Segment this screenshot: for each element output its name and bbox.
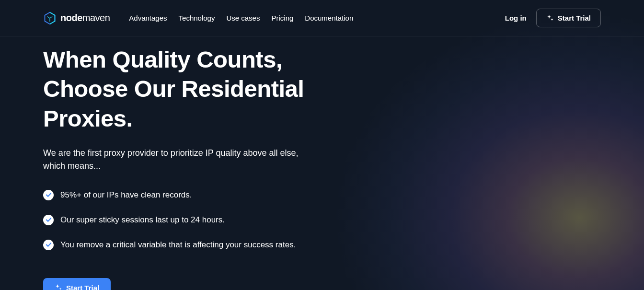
check-icon xyxy=(46,192,52,198)
check-badge xyxy=(43,215,54,225)
nav-pricing[interactable]: Pricing xyxy=(271,14,293,22)
hero-title: When Quality Counts, Choose Our Resident… xyxy=(43,45,340,133)
hero-section: When Quality Counts, Choose Our Resident… xyxy=(0,36,383,290)
check-icon xyxy=(46,242,52,248)
logo-icon xyxy=(43,12,57,25)
feature-item: 95%+ of our IPs have clean records. xyxy=(43,190,340,200)
feature-text: Our super sticky sessions last up to 24 … xyxy=(60,215,225,225)
header-right: Log in Start Trial xyxy=(505,9,601,27)
start-trial-button-header[interactable]: Start Trial xyxy=(536,9,601,27)
trial-button-label: Start Trial xyxy=(558,14,591,22)
check-badge xyxy=(43,240,54,250)
logo-text: nodemaven xyxy=(60,12,110,23)
trial-button-label: Start Trial xyxy=(66,284,99,290)
nav-advantages[interactable]: Advantages xyxy=(129,14,167,22)
feature-text: 95%+ of our IPs have clean records. xyxy=(60,190,192,200)
nav: Advantages Technology Use cases Pricing … xyxy=(129,14,353,22)
nav-technology[interactable]: Technology xyxy=(179,14,215,22)
nav-documentation[interactable]: Documentation xyxy=(305,14,353,22)
feature-text: You remove a critical variable that is a… xyxy=(60,240,296,250)
features-list: 95%+ of our IPs have clean records. Our … xyxy=(43,190,340,250)
feature-item: Our super sticky sessions last up to 24 … xyxy=(43,215,340,225)
nav-use-cases[interactable]: Use cases xyxy=(226,14,260,22)
start-trial-button-hero[interactable]: Start Trial xyxy=(43,278,111,290)
login-link[interactable]: Log in xyxy=(505,14,527,22)
header: nodemaven Advantages Technology Use case… xyxy=(0,0,644,36)
check-icon xyxy=(46,217,52,223)
logo[interactable]: nodemaven xyxy=(43,12,110,25)
hero-subtitle: We are the first proxy provider to prior… xyxy=(43,147,302,173)
header-left: nodemaven Advantages Technology Use case… xyxy=(43,12,353,25)
feature-item: You remove a critical variable that is a… xyxy=(43,240,340,250)
sparkle-icon xyxy=(546,14,554,22)
check-badge xyxy=(43,190,54,200)
sparkle-icon xyxy=(55,284,62,290)
